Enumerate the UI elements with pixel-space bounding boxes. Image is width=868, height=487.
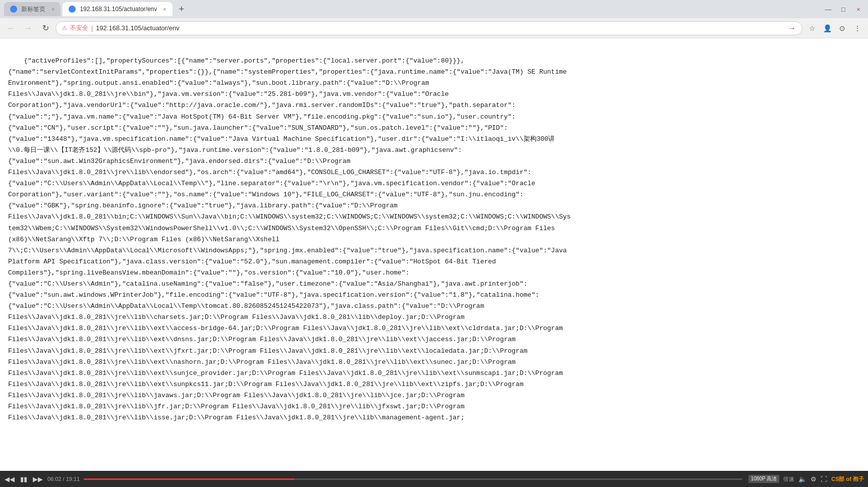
tab-favicon-2 <box>69 6 76 13</box>
play-button[interactable]: ▮▮ <box>18 473 29 484</box>
tab-title-2: 192.168.31.105/actuator/env <box>80 6 157 13</box>
speed-text[interactable]: 倍速 <box>783 475 794 483</box>
tab-env[interactable]: 192.168.31.105/actuator/env × <box>63 2 172 16</box>
close-button[interactable]: × <box>853 4 864 15</box>
new-tab-button[interactable]: + <box>175 2 189 16</box>
address-separator: | <box>91 25 93 32</box>
progress-fill <box>84 478 295 480</box>
window-controls: — □ × <box>823 4 864 15</box>
logo-text: CS部 of 孢子 <box>831 475 864 483</box>
url-text: 192.168.31.105/actuator/env <box>96 24 785 32</box>
content-area[interactable]: {"activeProfiles":[],"propertySources":[… <box>0 38 868 471</box>
address-bar: ← → ↻ ⚠ 不安全 | 192.168.31.105/actuator/en… <box>0 18 868 38</box>
tab-title-1: 新标签页 <box>21 5 45 14</box>
minimize-button[interactable]: — <box>823 4 834 15</box>
address-input[interactable]: ⚠ 不安全 | 192.168.31.105/actuator/env → <box>55 21 802 35</box>
security-label: 不安全 <box>70 24 88 32</box>
tab-newtab[interactable]: 新标签页 × <box>4 2 61 16</box>
red-arrow-icon: → <box>788 24 796 33</box>
settings-icon[interactable]: ⚙ <box>811 475 817 483</box>
menu-icon[interactable]: ⋮ <box>851 22 864 35</box>
bottom-bar: ◀◀ ▮▮ ▶▶ 06:02 / 19:11 1080P 高清 倍速 🔈 ⚙ ⛶… <box>0 471 868 487</box>
timestamp-text: 06:02 / 19:11 <box>47 476 80 482</box>
back-button[interactable]: ← <box>4 21 18 35</box>
tab-close-2[interactable]: × <box>163 6 166 12</box>
tab-close-1[interactable]: × <box>51 6 54 12</box>
bookmark-icon[interactable]: ☆ <box>805 22 819 35</box>
prev-button[interactable]: ◀◀ <box>4 473 15 484</box>
bottom-right-controls: 1080P 高清 倍速 🔈 ⚙ ⛶ CS部 of 孢子 <box>746 475 864 483</box>
browser-window: 新标签页 × 192.168.31.105/actuator/env × + —… <box>0 0 868 487</box>
media-controls: ◀◀ ▮▮ ▶▶ <box>4 473 43 484</box>
toolbar-right: ☆ 👤 ⊙ ⋮ <box>805 22 864 35</box>
quality-badge[interactable]: 1080P 高清 <box>748 475 780 483</box>
title-bar: 新标签页 × 192.168.31.105/actuator/env × + —… <box>0 0 868 18</box>
volume-icon[interactable]: 🔈 <box>798 475 806 483</box>
forward-button[interactable]: → <box>21 21 35 35</box>
fullscreen-icon[interactable]: ⛶ <box>821 475 827 483</box>
extensions-icon[interactable]: ⊙ <box>836 22 849 35</box>
json-content: {"activeProfiles":[],"propertySources":[… <box>8 57 571 421</box>
next-button[interactable]: ▶▶ <box>32 473 43 484</box>
refresh-button[interactable]: ↻ <box>38 21 52 35</box>
profile-icon[interactable]: 👤 <box>821 22 834 35</box>
progress-bar[interactable] <box>84 478 742 480</box>
tab-favicon-1 <box>10 6 17 13</box>
security-icon: ⚠ <box>62 25 67 31</box>
maximize-button[interactable]: □ <box>838 4 849 15</box>
